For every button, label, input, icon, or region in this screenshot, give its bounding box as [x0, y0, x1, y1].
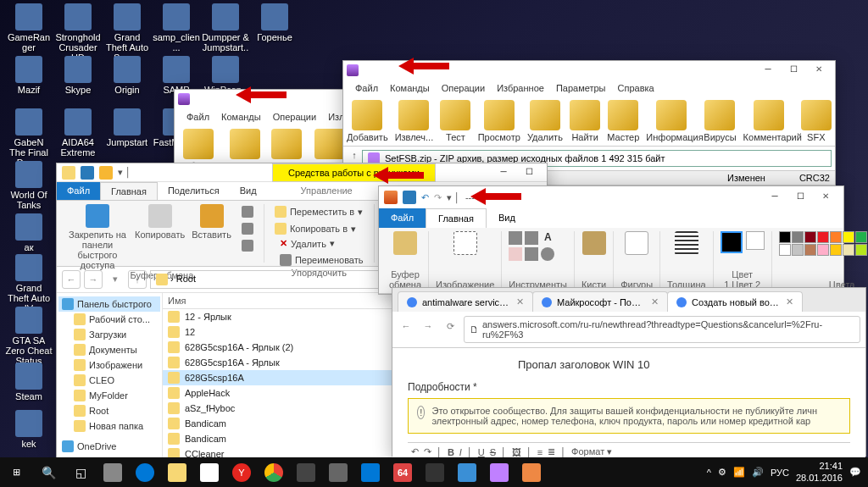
text-tool[interactable]: A: [541, 231, 554, 245]
minimize-button[interactable]: ─: [755, 62, 781, 79]
color-palette[interactable]: [779, 231, 868, 256]
share-tab[interactable]: Поделиться: [158, 182, 230, 200]
color-swatch[interactable]: [843, 244, 854, 256]
menu-item[interactable]: Справка: [613, 81, 659, 95]
pencil-tool[interactable]: [509, 231, 522, 245]
picker-tool[interactable]: [525, 247, 538, 261]
toolbar-button[interactable]: Информация: [646, 100, 697, 142]
desktop-icon[interactable]: ак: [5, 213, 53, 252]
delete-button[interactable]: ✕Удалить▾: [276, 236, 367, 251]
desktop-icon[interactable]: GTA SA Zero Cheat Status: [5, 307, 53, 366]
close-button[interactable]: ✕: [813, 189, 838, 206]
taskbar-app2[interactable]: [290, 457, 322, 487]
taskview-button[interactable]: ◱: [64, 457, 97, 487]
browser-tab[interactable]: Майкрософт - Поиск в G✕: [532, 291, 668, 312]
picture-tools-tab[interactable]: Средства работы с рисунками: [272, 163, 436, 182]
nav-item[interactable]: MyFolder: [58, 388, 160, 403]
desktop-icon[interactable]: Dumpper & Jumpstart...: [202, 3, 249, 63]
menu-item[interactable]: Файл: [181, 110, 214, 124]
color1-swatch[interactable]: [721, 231, 743, 253]
italic-button[interactable]: I: [459, 447, 462, 457]
toolbar-button[interactable]: Удалить: [527, 100, 563, 142]
manage-tab[interactable]: Управление: [291, 182, 363, 200]
desktop-icon[interactable]: Origin: [103, 56, 151, 95]
color-swatch[interactable]: [817, 231, 829, 243]
list-button[interactable]: ≡: [537, 447, 542, 457]
paste-button[interactable]: Вставить: [192, 204, 231, 240]
action-center-icon[interactable]: 💬: [849, 467, 861, 478]
desktop-icon[interactable]: Mazif: [5, 56, 53, 95]
maximize-button[interactable]: ☐: [787, 189, 813, 206]
search-button[interactable]: 🔍: [32, 457, 64, 487]
nav-item[interactable]: Root: [58, 403, 160, 418]
forward-button[interactable]: →: [420, 321, 437, 338]
redo-icon[interactable]: ↷: [434, 192, 442, 203]
rename-button[interactable]: Переименовать: [276, 252, 367, 268]
bold-button[interactable]: B: [448, 447, 454, 457]
numlist-button[interactable]: ≣: [548, 446, 555, 457]
clock[interactable]: 21:41 28.01.2016: [796, 461, 843, 483]
pin-button[interactable]: Закрепить на панели быстрого доступа: [67, 204, 128, 270]
copy-path-button[interactable]: [238, 221, 257, 236]
paste-shortcut-button[interactable]: [238, 238, 257, 253]
maximize-button[interactable]: ☐: [516, 164, 542, 181]
reload-button[interactable]: ⟳: [442, 321, 459, 338]
format-dropdown[interactable]: Формат ▾: [571, 446, 612, 457]
strike-button[interactable]: S: [490, 447, 496, 457]
tray-overflow[interactable]: ^: [707, 468, 711, 478]
color-swatch[interactable]: [817, 244, 829, 256]
desktop-icon[interactable]: Stronghold Crusader HD: [54, 3, 102, 63]
underline-button[interactable]: U: [478, 447, 485, 457]
toolbar-button[interactable]: Просмотр: [478, 100, 520, 142]
back-button[interactable]: ←: [398, 321, 415, 338]
shapes-button[interactable]: [620, 231, 653, 257]
menu-item[interactable]: Файл: [350, 81, 383, 95]
desktop-icon[interactable]: kek: [5, 410, 53, 449]
new-folder-icon[interactable]: [99, 166, 113, 180]
back-button[interactable]: ←: [62, 270, 81, 289]
desktop-icon[interactable]: Jumpstart: [103, 108, 151, 147]
copyto-button[interactable]: Копировать в▾: [271, 221, 367, 236]
color-swatch[interactable]: [804, 244, 816, 256]
color-swatch[interactable]: [855, 244, 867, 256]
image-button[interactable]: 🖼: [512, 447, 521, 457]
desktop-icon[interactable]: Grand Theft Auto IV: [5, 254, 53, 313]
titlebar[interactable]: ─ ☐ ✕: [343, 61, 835, 80]
taskbar-winrar[interactable]: [483, 457, 515, 487]
col-crc[interactable]: CRC32: [799, 173, 830, 183]
redo-icon[interactable]: ↷: [424, 446, 431, 457]
system-tray[interactable]: ^ ⚙ 📶 🔊 РУС 21:41 28.01.2016 💬: [707, 461, 868, 483]
color2-swatch[interactable]: [746, 231, 765, 250]
toolbar-button[interactable]: Добавить: [347, 100, 388, 142]
menu-item[interactable]: Операции: [437, 81, 490, 95]
desktop-icon[interactable]: AIDA64 Extreme: [54, 108, 102, 158]
url-field[interactable]: 🗋 answers.microsoft.com/ru-ru/newthread?…: [464, 316, 860, 343]
up-button[interactable]: ↑: [128, 270, 147, 289]
desktop-icon[interactable]: GabeN The Final Dec...: [5, 108, 53, 168]
volume-icon[interactable]: 🔊: [752, 467, 764, 478]
start-button[interactable]: ⊞: [0, 457, 32, 487]
zoom-tool[interactable]: [541, 247, 554, 261]
home-tab[interactable]: Главная: [100, 182, 158, 200]
eraser-tool[interactable]: [509, 247, 522, 261]
menu-item[interactable]: Команды: [216, 110, 266, 124]
taskbar-app[interactable]: [97, 457, 129, 487]
menubar[interactable]: ФайлКомандыОперацииИзлечен...: [175, 108, 342, 125]
nav-item[interactable]: Рабочий сто...: [58, 312, 160, 327]
desktop-icon[interactable]: GameRanger: [5, 3, 53, 53]
moveto-button[interactable]: Переместить в▾: [271, 204, 367, 219]
file-tab[interactable]: Файл: [57, 182, 100, 200]
nav-item[interactable]: Изображени: [58, 357, 160, 373]
paint-qat[interactable]: ↶ ↷ ▾ │ ---- ─ ☐ ✕: [379, 186, 843, 208]
taskbar-yandex[interactable]: Y: [225, 457, 258, 487]
taskbar-explorer[interactable]: [161, 457, 193, 487]
minimize-button[interactable]: ─: [762, 189, 787, 206]
close-button[interactable]: ✕: [806, 62, 832, 79]
paint-tabs[interactable]: Файл Главная Вид: [379, 208, 843, 228]
color-swatch[interactable]: [792, 231, 804, 243]
color-swatch[interactable]: [855, 231, 867, 243]
toolbar-button[interactable]: Комментарий: [743, 100, 794, 142]
toolbar-button[interactable]: Извлеч...: [395, 100, 434, 142]
desktop-icon[interactable]: Steam: [5, 362, 53, 401]
toolbar-button[interactable]: Найти: [570, 100, 600, 142]
